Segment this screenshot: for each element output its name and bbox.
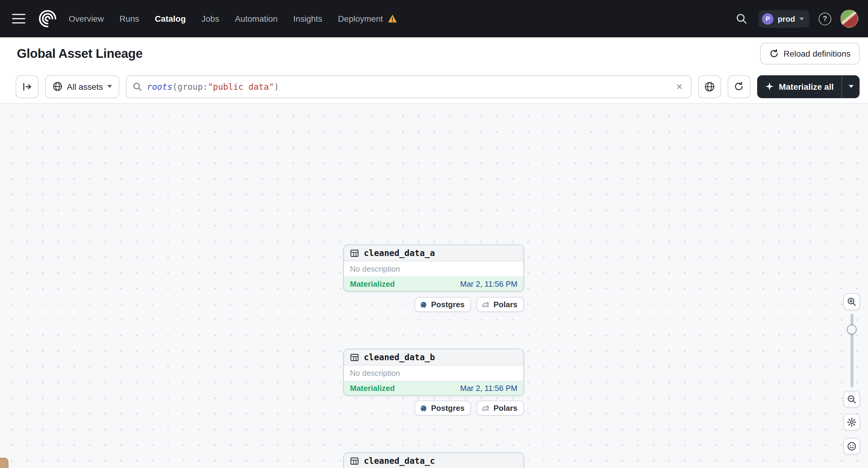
zoom-slider-knob[interactable]: [847, 325, 857, 334]
materialize-all-label: Materialize all: [779, 82, 834, 91]
asset-filter-label: All assets: [67, 82, 103, 91]
smiley-face-icon: [847, 441, 857, 451]
warning-icon: [387, 14, 398, 24]
toggle-sidebar-button[interactable]: [16, 75, 38, 98]
asset-node-header: cleaned_data_b: [344, 349, 523, 366]
nav-item-insights[interactable]: Insights: [293, 14, 322, 24]
nav-item-deployment-label: Deployment: [338, 14, 383, 24]
refresh-button[interactable]: [727, 75, 750, 98]
globe-icon: [53, 81, 63, 92]
materialization-timestamp[interactable]: Mar 2, 11:56 PM: [460, 384, 518, 393]
offscreen-node-fragment: [0, 458, 8, 468]
lineage-toolbar: All assets roots(group:"public_data") ×: [0, 70, 868, 103]
asset-node-cleaned-data-c[interactable]: cleaned_data_c No description Materializ…: [343, 453, 524, 468]
asset-name: cleaned_data_c: [364, 456, 435, 466]
env-name: prod: [778, 14, 795, 23]
top-nav-bar: Overview Runs Catalog Jobs Automation In…: [0, 0, 868, 37]
asset-node-cleaned-data-b[interactable]: cleaned_data_b No description Materializ…: [343, 349, 524, 396]
chevron-down-icon: [107, 85, 112, 88]
nav-item-overview[interactable]: Overview: [69, 14, 104, 24]
nav-item-runs[interactable]: Runs: [120, 14, 139, 24]
tag-label: Postgres: [431, 300, 464, 309]
asset-filter-dropdown[interactable]: All assets: [45, 75, 119, 98]
postgres-icon: [419, 404, 427, 412]
app-window: Overview Runs Catalog Jobs Automation In…: [0, 0, 868, 468]
asset-tags-row: Postgres Polars: [343, 297, 524, 312]
postgres-icon: [419, 300, 427, 309]
asset-name: cleaned_data_b: [364, 352, 435, 362]
nav-item-automation[interactable]: Automation: [235, 14, 278, 24]
nav-right-group: P prod ?: [734, 10, 858, 28]
chevron-down-icon: [799, 17, 804, 20]
asset-tags-row: Postgres Polars: [343, 401, 524, 415]
chevron-down-icon: [848, 85, 853, 88]
tag-postgres[interactable]: Postgres: [414, 401, 471, 415]
sparkle-icon: [765, 82, 774, 91]
search-icon[interactable]: [734, 11, 749, 27]
materialize-all-button[interactable]: Materialize all: [757, 75, 860, 98]
materialize-options-caret[interactable]: [841, 75, 860, 98]
zoom-slider[interactable]: [843, 314, 860, 387]
tag-polars[interactable]: Polars: [477, 297, 524, 312]
materialize-all-main[interactable]: Materialize all: [757, 75, 841, 98]
canvas-settings-button[interactable]: [843, 414, 860, 431]
help-icon[interactable]: ?: [818, 12, 831, 25]
feedback-button[interactable]: [843, 438, 860, 455]
asset-node-header: cleaned_data_c: [344, 453, 523, 468]
environment-switcher[interactable]: P prod: [758, 10, 810, 27]
tag-postgres[interactable]: Postgres: [414, 297, 471, 312]
asset-node-header: cleaned_data_a: [344, 245, 523, 261]
asset-node-cleaned-data-a[interactable]: cleaned_data_a No description Materializ…: [343, 245, 524, 291]
tag-polars[interactable]: Polars: [477, 401, 524, 415]
reload-definitions-button[interactable]: Reload definitions: [760, 43, 860, 64]
zoom-in-button[interactable]: [843, 293, 860, 310]
lineage-canvas[interactable]: cleaned_data_a No description Materializ…: [0, 103, 868, 468]
reload-icon: [769, 49, 779, 58]
tag-label: Polars: [494, 300, 518, 309]
dagster-logo[interactable]: [36, 7, 59, 30]
clear-input-icon[interactable]: ×: [674, 80, 685, 93]
tag-label: Polars: [494, 404, 518, 413]
nav-item-deployment[interactable]: Deployment: [338, 14, 397, 24]
hamburger-menu-icon[interactable]: [8, 8, 29, 29]
asset-selection-query: roots(group:"public_data"): [147, 82, 669, 91]
table-icon: [350, 456, 359, 465]
zoom-out-button[interactable]: [843, 391, 860, 408]
reload-definitions-label: Reload definitions: [783, 49, 850, 58]
table-icon: [350, 353, 359, 362]
table-icon: [350, 248, 359, 257]
nav-links: Overview Runs Catalog Jobs Automation In…: [69, 14, 398, 24]
polars-icon: [482, 300, 490, 309]
user-avatar[interactable]: [840, 10, 858, 28]
env-badge: P: [762, 13, 773, 24]
materialization-timestamp[interactable]: Mar 2, 11:56 PM: [460, 279, 518, 288]
asset-description: No description: [344, 366, 523, 381]
graph-view-button[interactable]: [698, 75, 721, 98]
search-icon: [132, 82, 142, 91]
asset-status-row: Materialized Mar 2, 11:56 PM: [344, 381, 523, 395]
asset-description: No description: [344, 261, 523, 277]
page-header: Global Asset Lineage Reload definitions: [0, 37, 868, 70]
page-title: Global Asset Lineage: [17, 46, 143, 61]
status-badge: Materialized: [350, 279, 395, 288]
status-badge: Materialized: [350, 384, 395, 393]
asset-selection-input[interactable]: roots(group:"public_data") ×: [126, 75, 691, 98]
nav-item-catalog[interactable]: Catalog: [155, 14, 186, 24]
asset-name: cleaned_data_a: [364, 248, 435, 258]
canvas-controls: [843, 293, 860, 455]
polars-icon: [482, 404, 490, 412]
nav-item-jobs[interactable]: Jobs: [202, 14, 219, 24]
gear-icon: [847, 417, 857, 427]
tag-label: Postgres: [431, 404, 464, 413]
asset-status-row: Materialized Mar 2, 11:56 PM: [344, 277, 523, 291]
